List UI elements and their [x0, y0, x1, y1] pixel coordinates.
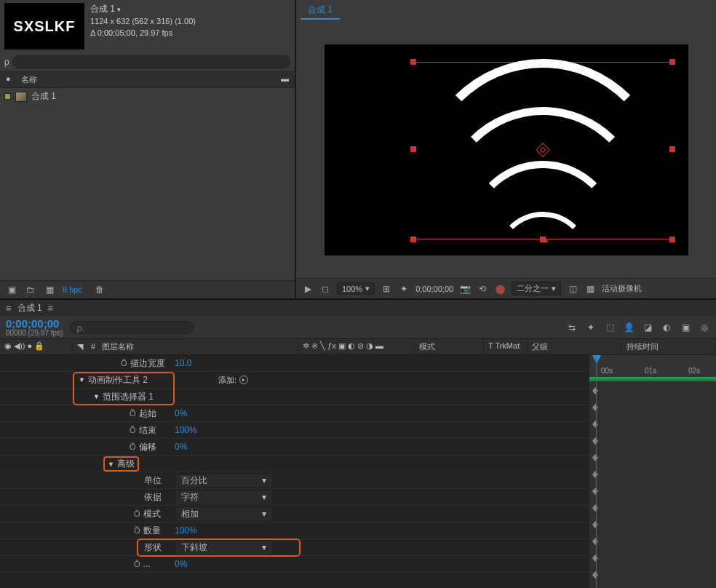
switches-header: ✲ ※ ╲ ƒx ▣ ◐ ⊘ ◑ ▬ — [298, 339, 415, 354]
project-item-name: 合成 1 — [31, 90, 56, 103]
stopwatch-icon[interactable]: Ŏ — [134, 509, 140, 518]
snapshot-icon[interactable]: 📷 — [459, 284, 471, 294]
comp-canvas[interactable] — [325, 44, 688, 255]
prop-units[interactable]: 单位 百分比▾ — [0, 472, 589, 489]
duration-header: 持续时间 — [622, 339, 716, 354]
current-frame: 00000 (29.97 fps) — [6, 329, 63, 337]
trash-icon[interactable]: 🗑 — [94, 285, 106, 295]
tab-close-icon[interactable]: ≡ — [48, 303, 54, 314]
timeline-track-area[interactable]: 00s 01s 02s — [589, 355, 716, 588]
prop-more[interactable]: Ŏ... 0% — [0, 556, 589, 573]
mode-select[interactable]: 相加▾ — [175, 506, 273, 522]
brainstorm-icon[interactable]: ◎ — [699, 322, 710, 333]
stopwatch-icon[interactable]: Ŏ — [121, 359, 127, 368]
av-header: ◉ ◀)) ● 🔒 — [0, 339, 73, 354]
project-search-input[interactable] — [12, 55, 290, 68]
based-on-select[interactable]: 字符▾ — [175, 490, 273, 505]
graph-icon[interactable]: ▣ — [680, 322, 691, 333]
twirl-icon[interactable]: ▼ — [108, 461, 114, 468]
panel-menu-icon[interactable]: ≡ — [6, 303, 12, 314]
shape-select[interactable]: 下斜坡▾ — [175, 540, 273, 555]
prop-start[interactable]: Ŏ起始 0% — [0, 405, 589, 422]
guides-icon[interactable]: ✦ — [398, 284, 410, 294]
new-comp-icon[interactable]: ▦ — [44, 285, 55, 295]
mode-header: 模式 — [415, 339, 484, 354]
twirl-icon[interactable]: ▼ — [93, 393, 100, 400]
stopwatch-icon[interactable]: Ŏ — [130, 426, 136, 434]
prop-range-selector-1[interactable]: ▼范围选择器 1 — [0, 389, 589, 405]
time-ruler[interactable]: 00s 01s 02s — [589, 355, 716, 381]
draft3d-icon[interactable]: ✦ — [585, 322, 597, 333]
col-name[interactable]: 名称 — [21, 74, 37, 85]
prop-offset[interactable]: Ŏ偏移 0% — [0, 439, 589, 456]
stopwatch-icon[interactable]: Ŏ — [134, 560, 140, 568]
search-icon: ρ — [4, 57, 9, 67]
current-time[interactable]: 0;00;00;00 — [6, 318, 63, 329]
parent-header: 父级 — [528, 339, 622, 354]
interpret-icon[interactable]: ▣ — [6, 285, 17, 295]
cube-icon[interactable]: ⬚ — [604, 322, 616, 333]
toggle-mask-icon[interactable]: ◻ — [319, 284, 331, 294]
units-select[interactable]: 百分比▾ — [175, 473, 273, 488]
shy-icon[interactable]: 👤 — [623, 322, 635, 333]
label-icon[interactable]: ▬ — [281, 74, 289, 85]
prop-stroke-width[interactable]: Ŏ描边宽度 10.0 — [0, 355, 589, 372]
twirl-icon[interactable]: ▼ — [79, 376, 85, 384]
prop-animator-2[interactable]: ▼动画制作工具 2 添加:▸ — [0, 372, 589, 389]
prop-end[interactable]: Ŏ结束 100% — [0, 422, 589, 439]
zoom-select[interactable]: 100%▾ — [337, 282, 375, 295]
folder-icon[interactable]: 🗀 — [25, 285, 36, 295]
timeline-tab[interactable]: 合成 1 — [17, 302, 42, 314]
viewer-tab[interactable]: 合成 1 — [301, 1, 340, 20]
prop-based-on[interactable]: 依据 字符▾ — [0, 489, 589, 506]
viewer-time[interactable]: 0;00;00;00 — [415, 285, 453, 293]
stopwatch-icon[interactable]: Ŏ — [130, 409, 136, 418]
prop-shape[interactable]: 形状 下斜坡▾ — [0, 539, 589, 556]
comp-thumbnail[interactable]: SXSLKF — [4, 3, 84, 49]
add-button[interactable]: 添加:▸ — [218, 375, 248, 386]
trkmat-header: T TrkMat — [484, 339, 528, 354]
comp-info: 合成 1 1124 x 632 (562 x 316) (1.00) Δ 0;0… — [90, 3, 196, 39]
prop-amount[interactable]: Ŏ数量 100% — [0, 523, 589, 539]
viewer-stage[interactable] — [296, 21, 716, 278]
prop-advanced[interactable]: ▼高级 — [0, 456, 589, 472]
toggle-alpha-icon[interactable]: ▶ — [302, 284, 314, 294]
comp-icon — [15, 92, 27, 102]
stopwatch-icon[interactable]: Ŏ — [134, 526, 140, 535]
bpc-button[interactable]: 8 bpc — [63, 285, 82, 294]
motionblur-icon[interactable]: ◐ — [661, 322, 672, 333]
project-item-row[interactable]: 合成 1 — [0, 88, 295, 105]
stopwatch-icon[interactable]: Ŏ — [130, 442, 136, 451]
comp-flow-icon[interactable]: ⇆ — [566, 322, 578, 333]
frameblend-icon[interactable]: ◪ — [642, 322, 653, 333]
label-chip — [4, 93, 11, 100]
layer-header: ◥ # 图层名称 — [73, 339, 298, 354]
grid-icon[interactable]: ⊞ — [381, 284, 392, 294]
timeline-search-input[interactable] — [70, 321, 194, 334]
bullet-icon: ● — [6, 74, 11, 85]
playhead-icon[interactable] — [592, 355, 601, 364]
prop-mode[interactable]: Ŏ模式 相加▾ — [0, 506, 589, 523]
